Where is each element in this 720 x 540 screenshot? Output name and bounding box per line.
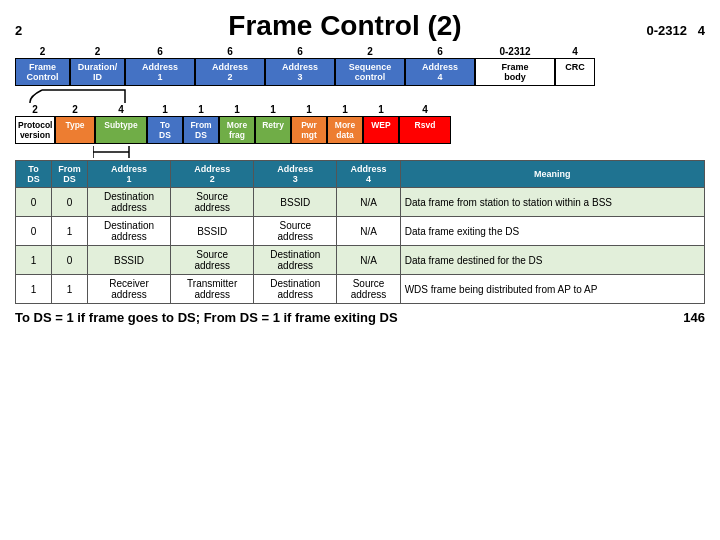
frame-body-cell: Framebody (475, 58, 555, 86)
bit-num-4-2: 4 (399, 104, 451, 115)
col-meaning: Meaning (400, 161, 704, 188)
addr2-val: Sourceaddress (171, 188, 254, 217)
meaning-val: Data frame exiting the DS (400, 217, 704, 246)
addr3-val: Destinationaddress (254, 275, 337, 304)
address4-cell: Address4 (405, 58, 475, 86)
bit-num-1-4: 1 (255, 104, 291, 115)
to-ds-bit-cell: ToDS (147, 116, 183, 144)
fromds-val: 1 (52, 275, 88, 304)
num-2-1: 2 (15, 46, 70, 57)
col-addr4: Address4 (337, 161, 400, 188)
frame-diagram: FrameControl Duration/ID Address1 Addres… (15, 58, 705, 86)
bit-num-1-3: 1 (219, 104, 255, 115)
bit-diagram: Protocolversion Type Subtype ToDS FromDS… (15, 116, 705, 144)
col-fromds: FromDS (52, 161, 88, 188)
addr3-val: BSSID (254, 188, 337, 217)
fromds-val: 0 (52, 246, 88, 275)
frame-control-cell: FrameControl (15, 58, 70, 86)
pwr-mgt-cell: Pwrmgt (291, 116, 327, 144)
col-addr2: Address2 (171, 161, 254, 188)
bit-num-1-7: 1 (363, 104, 399, 115)
num-6-2: 6 (195, 46, 265, 57)
table-row: 0 1 Destinationaddress BSSID Sourceaddre… (16, 217, 705, 246)
addr1-val: Destinationaddress (88, 188, 171, 217)
addr3-val: Sourceaddress (254, 217, 337, 246)
protocol-version-cell: Protocolversion (15, 116, 55, 144)
expand-arrow (15, 88, 135, 104)
page-title: Frame Control (2) (45, 10, 645, 42)
num-2-2: 2 (70, 46, 125, 57)
addr1-val: BSSID (88, 246, 171, 275)
num-6-3: 6 (265, 46, 335, 57)
tods-val: 1 (16, 275, 52, 304)
tods-arrow (93, 146, 293, 158)
page-number-footer: 146 (683, 310, 705, 325)
address1-cell: Address1 (125, 58, 195, 86)
addr2-val: BSSID (171, 217, 254, 246)
num-6-4: 6 (405, 46, 475, 57)
address2-cell: Address2 (195, 58, 265, 86)
col-addr3: Address3 (254, 161, 337, 188)
bit-num-2-2: 2 (55, 104, 95, 115)
subtype-cell: Subtype (95, 116, 147, 144)
table-row: 1 1 Receiveraddress Transmitteraddress D… (16, 275, 705, 304)
type-cell: Type (55, 116, 95, 144)
bit-num-1-6: 1 (327, 104, 363, 115)
num-4: 4 (555, 46, 595, 57)
addr1-val: Receiveraddress (88, 275, 171, 304)
addr4-val: N/A (337, 246, 400, 275)
crc-cell: CRC (555, 58, 595, 86)
footer-text: To DS = 1 if frame goes to DS; From DS =… (15, 310, 398, 325)
bit-num-1-1: 1 (147, 104, 183, 115)
addr2-val: Sourceaddress (171, 246, 254, 275)
duration-id-cell: Duration/ID (70, 58, 125, 86)
bit-num-4: 4 (95, 104, 147, 115)
fromds-val: 0 (52, 188, 88, 217)
table-row: 0 0 Destinationaddress Sourceaddress BSS… (16, 188, 705, 217)
address-table: ToDS FromDS Address1 Address2 Address3 A… (15, 160, 705, 304)
addr3-val: Destinationaddress (254, 246, 337, 275)
table-row: 1 0 BSSID Sourceaddress Destinationaddre… (16, 246, 705, 275)
meaning-val: WDS frame being distributed from AP to A… (400, 275, 704, 304)
tods-val: 0 (16, 217, 52, 246)
meaning-val: Data frame from station to station withi… (400, 188, 704, 217)
more-data-cell: Moredata (327, 116, 363, 144)
rsvd-cell: Rsvd (399, 116, 451, 144)
addr4-val: Sourceaddress (337, 275, 400, 304)
addr4-val: N/A (337, 217, 400, 246)
col-tods: ToDS (16, 161, 52, 188)
address3-cell: Address3 (265, 58, 335, 86)
page-number-right: 0-2312 4 (645, 23, 705, 38)
retry-cell: Retry (255, 116, 291, 144)
wep-cell: WEP (363, 116, 399, 144)
fromds-val: 1 (52, 217, 88, 246)
more-frag-cell: Morefrag (219, 116, 255, 144)
bit-num-1-5: 1 (291, 104, 327, 115)
sequence-control-cell: Sequencecontrol (335, 58, 405, 86)
addr4-val: N/A (337, 188, 400, 217)
num-6-1: 6 (125, 46, 195, 57)
num-0-2312: 0-2312 (475, 46, 555, 57)
addr1-val: Destinationaddress (88, 217, 171, 246)
num-2-3: 2 (335, 46, 405, 57)
from-ds-bit-cell: FromDS (183, 116, 219, 144)
meaning-val: Data frame destined for the DS (400, 246, 704, 275)
page-number-left: 2 (15, 23, 45, 38)
tods-val: 0 (16, 188, 52, 217)
col-addr1: Address1 (88, 161, 171, 188)
addr2-val: Transmitteraddress (171, 275, 254, 304)
bit-num-1-2: 1 (183, 104, 219, 115)
bit-num-2-1: 2 (15, 104, 55, 115)
tods-val: 1 (16, 246, 52, 275)
